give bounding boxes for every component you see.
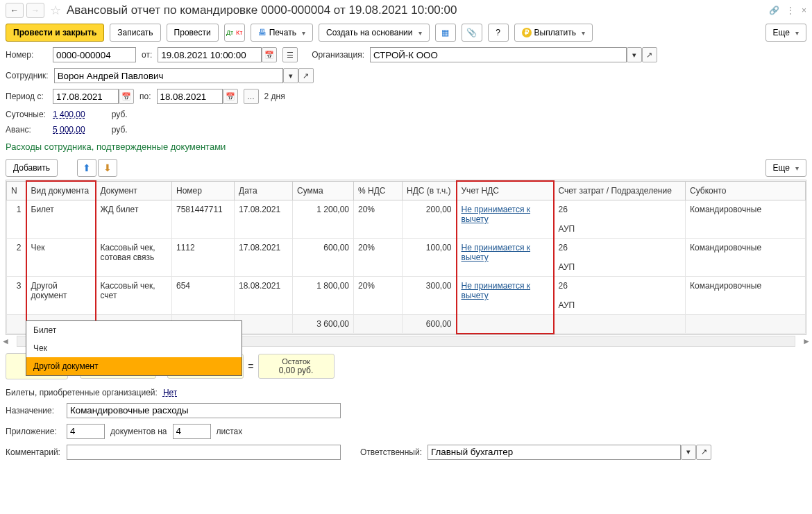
- period-to-cal[interactable]: 📅: [223, 89, 238, 104]
- total-sum: 3 600,00: [293, 315, 354, 334]
- vatacc-link[interactable]: Не принимается к вычету: [462, 205, 531, 224]
- more-menu-icon[interactable]: ⋮: [786, 6, 795, 15]
- col-vatpct[interactable]: % НДС: [354, 181, 403, 200]
- summary-rest: Остаток0,00 руб.: [258, 354, 335, 379]
- attach-label: Приложение:: [6, 427, 61, 436]
- period-extra[interactable]: …: [244, 89, 259, 104]
- vatacc-link[interactable]: Не принимается к вычету: [462, 243, 531, 262]
- ruble-icon: ₽: [522, 28, 532, 37]
- nav-back[interactable]: ←: [6, 3, 24, 18]
- period-from-input[interactable]: [53, 89, 119, 104]
- col-doctype[interactable]: Вид документа: [26, 181, 96, 200]
- responsible-dropdown[interactable]: ▾: [681, 445, 696, 460]
- col-sum[interactable]: Сумма: [293, 181, 354, 200]
- responsible-open[interactable]: ↗: [696, 445, 711, 460]
- col-num[interactable]: Номер: [172, 181, 235, 200]
- dropdown-opt-check[interactable]: Чек: [26, 339, 242, 357]
- period-days: 2 дня: [264, 92, 285, 101]
- print-label: Печать: [269, 28, 296, 37]
- attach-docs-input[interactable]: [67, 424, 105, 439]
- move-up-button[interactable]: ⬆: [77, 159, 96, 177]
- advance-rub: руб.: [112, 125, 128, 135]
- calendar-icon[interactable]: 📅: [262, 47, 277, 62]
- close-icon[interactable]: ×: [802, 6, 806, 15]
- help-button[interactable]: ?: [488, 24, 509, 42]
- toolbar-more-button[interactable]: Еще: [766, 24, 806, 42]
- advance-link[interactable]: 5 000,00: [53, 125, 85, 135]
- add-row-button[interactable]: Добавить: [6, 159, 58, 177]
- move-down-button[interactable]: ⬇: [98, 159, 117, 177]
- col-vatacc[interactable]: Учет НДС: [457, 181, 554, 200]
- col-sub[interactable]: Субконто: [686, 181, 806, 200]
- daily-label: Суточные:: [6, 110, 47, 119]
- period-to-label: по:: [139, 92, 151, 101]
- col-cost[interactable]: Счет затрат / Подразделение: [554, 181, 686, 200]
- employee-label: Сотрудник:: [6, 71, 49, 80]
- from-label: от:: [142, 50, 152, 60]
- col-vat[interactable]: НДС (в т.ч.): [403, 181, 457, 200]
- tickets-label: Билеты, приобретенные организацией:: [6, 388, 158, 397]
- org-input[interactable]: [370, 47, 627, 62]
- org-label: Организация:: [312, 50, 364, 60]
- attach-docs-label: документов на: [110, 427, 167, 436]
- number-input[interactable]: [53, 47, 136, 62]
- number-label: Номер:: [6, 50, 47, 60]
- post-and-close-button[interactable]: Провести и закрыть: [6, 24, 104, 42]
- favorite-star-icon[interactable]: ☆: [50, 3, 61, 18]
- create-based-button[interactable]: Создать на основании: [319, 24, 430, 42]
- org-dropdown[interactable]: ▾: [627, 47, 642, 62]
- col-doc[interactable]: Документ: [96, 181, 172, 200]
- dropdown-opt-other[interactable]: Другой документ: [26, 357, 242, 375]
- page-title: Авансовый отчет по командировке 0000-000…: [67, 3, 457, 17]
- advance-label: Аванс:: [6, 125, 47, 135]
- period-to-input[interactable]: [157, 89, 223, 104]
- extra-icon[interactable]: ☰: [282, 47, 298, 62]
- total-vat: 600,00: [403, 315, 457, 334]
- attachment-button[interactable]: 📎: [462, 24, 482, 42]
- related-docs-button[interactable]: ▦: [435, 24, 456, 42]
- purpose-input[interactable]: [67, 403, 341, 418]
- table-row[interactable]: 3Другой документКассовый чек, счет65418.…: [7, 277, 806, 315]
- col-date[interactable]: Дата: [235, 181, 293, 200]
- dtkt-button[interactable]: ДтКт: [224, 24, 245, 42]
- hscroll-left[interactable]: ◄: [0, 336, 11, 346]
- post-button[interactable]: Провести: [167, 24, 219, 42]
- nav-forward[interactable]: →: [26, 3, 44, 18]
- op-eq: =: [248, 361, 253, 372]
- col-n[interactable]: N: [7, 181, 26, 200]
- dropdown-opt-ticket[interactable]: Билет: [26, 321, 242, 339]
- print-button[interactable]: 🖶 Печать: [251, 24, 313, 42]
- employee-input[interactable]: [54, 68, 283, 83]
- save-button[interactable]: Записать: [110, 24, 160, 42]
- hscroll-right[interactable]: ►: [801, 336, 812, 346]
- expenses-section-title: Расходы сотрудника, подтвержденные докум…: [0, 137, 812, 156]
- attach-sheets-label: листах: [217, 427, 243, 436]
- employee-open[interactable]: ↗: [298, 68, 314, 83]
- employee-dropdown[interactable]: ▾: [283, 68, 298, 83]
- table-row[interactable]: 2ЧекКассовый чек, сотовая связь111217.08…: [7, 239, 806, 277]
- period-from-cal[interactable]: 📅: [119, 89, 134, 104]
- attach-sheets-input[interactable]: [173, 424, 211, 439]
- pay-label: Выплатить: [534, 28, 577, 37]
- vatacc-link[interactable]: Не принимается к вычету: [462, 281, 531, 300]
- comment-input[interactable]: [67, 445, 341, 460]
- table-row[interactable]: 1БилетЖД билет758144771117.08.20211 200,…: [7, 200, 806, 239]
- date-input[interactable]: [158, 47, 262, 62]
- tickets-link[interactable]: Нет: [163, 388, 177, 397]
- doctype-dropdown[interactable]: Билет Чек Другой документ: [26, 320, 242, 376]
- daily-link[interactable]: 1 400,00: [53, 110, 85, 119]
- table-more-button[interactable]: Еще: [766, 159, 806, 177]
- expenses-table[interactable]: N Вид документа Документ Номер Дата Сумм…: [6, 180, 806, 335]
- comment-label: Комментарий:: [6, 447, 61, 457]
- purpose-label: Назначение:: [6, 406, 61, 416]
- period-from-label: Период с:: [6, 92, 47, 101]
- responsible-label: Ответственный:: [360, 447, 422, 457]
- daily-rub: руб.: [112, 110, 128, 119]
- pay-button[interactable]: ₽ Выплатить: [514, 24, 593, 42]
- responsible-input[interactable]: [428, 445, 681, 460]
- org-open[interactable]: ↗: [642, 47, 657, 62]
- link-icon[interactable]: 🔗: [769, 6, 779, 15]
